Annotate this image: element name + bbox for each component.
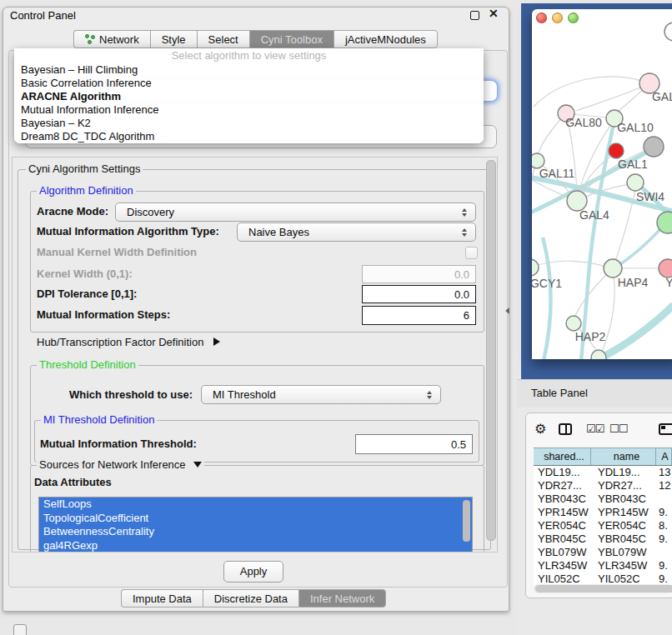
column-header[interactable]: shared... [534, 448, 591, 465]
table-hscrollbar[interactable] [534, 584, 672, 593]
table-row[interactable]: YDR27...YDR27...12 [534, 479, 672, 492]
table-options-icon[interactable] [659, 423, 672, 435]
dropdown-item[interactable]: ARACNE Algorithm [14, 90, 484, 103]
collapsed-arrow-icon [213, 338, 220, 346]
tab-label: Discretize Data [214, 590, 288, 608]
mi-steps-field[interactable]: 6 [362, 306, 476, 325]
aracne-mode-label: Aracne Mode: [37, 203, 108, 220]
table-row[interactable]: YPR145WYPR145W9. [534, 506, 672, 519]
column-header[interactable]: A [656, 448, 672, 465]
aracne-mode-combo[interactable]: Discovery [115, 202, 476, 222]
tab-cyni-toolbox[interactable]: Cyni Toolbox [249, 30, 333, 48]
tab-network[interactable]: Network [73, 30, 150, 48]
dropdown-item[interactable]: Basic Correlation Inference [14, 77, 484, 90]
table-cell: 12 [656, 479, 672, 492]
tab-infer-network[interactable]: Infer Network [298, 589, 386, 608]
table-row[interactable]: YBR043CYBR043C [534, 492, 672, 506]
window-close-button[interactable] [536, 12, 547, 23]
table-cell: YPR145W [534, 506, 591, 519]
network-node[interactable] [591, 350, 606, 359]
table-panel-title: Table Panel [531, 387, 588, 399]
tab-select[interactable]: Select [197, 30, 249, 48]
sources-group-title[interactable]: Sources for Network Inference [37, 459, 204, 471]
network-node-gcy1[interactable] [532, 259, 539, 276]
mi-algorithm-type-value: Naive Bayes [238, 226, 458, 238]
node-label: HAP4 [618, 276, 649, 289]
manual-kernel-checkbox[interactable] [465, 247, 478, 259]
tab-impute-data[interactable]: Impute Data [121, 589, 203, 608]
kernel-width-field[interactable]: 0.0 [362, 265, 476, 283]
window-zoom-button[interactable] [568, 12, 579, 23]
table-cell [656, 546, 672, 559]
tab-label: Select [208, 31, 238, 48]
table-row[interactable]: YLR345WYLR345W9. [534, 559, 672, 572]
threshold-definition-title: Threshold Definition [37, 359, 138, 371]
splitter-collapse-arrow[interactable] [505, 308, 509, 314]
table-row[interactable]: YER054CYER054C8. [534, 519, 672, 532]
aracne-mode-value: Discovery [116, 206, 458, 218]
apply-button[interactable]: Apply [223, 561, 283, 582]
control-panel-title: Control Panel [10, 9, 76, 22]
mi-threshold-field[interactable]: 0.5 [355, 434, 473, 454]
table-cell: YDL19... [534, 466, 591, 479]
tab-jactivemnodules[interactable]: jActiveMNodules [333, 30, 438, 48]
column-header[interactable]: name [591, 448, 656, 465]
window-minimize-button[interactable] [552, 12, 563, 23]
attribute-item[interactable]: SelfLoops [39, 498, 472, 512]
stepper-icon [458, 228, 471, 237]
tab-discretize-data[interactable]: Discretize Data [203, 589, 298, 608]
hub-section-toggle[interactable]: Hub/Transcription Factor Definition [37, 334, 220, 351]
tab-style[interactable]: Style [150, 30, 197, 48]
table-cell: YER054C [591, 519, 656, 532]
dropdown-item[interactable]: Bayesian – Hill Climbing [14, 63, 484, 77]
column-browser-icon[interactable] [559, 423, 572, 435]
dropdown-item[interactable]: Mutual Information Inference [14, 103, 484, 117]
dropdown-item[interactable]: Dream8 DC_TDC Algorithm [14, 130, 484, 143]
table-hscrollbar-thumb[interactable] [535, 585, 672, 592]
select-all-checked-icon[interactable]: ☑☑ [586, 422, 604, 435]
settings-scrollbar-thumb[interactable] [486, 160, 496, 541]
mi-algorithm-type-combo[interactable]: Naive Bayes [237, 222, 476, 242]
list-scrollbar-thumb[interactable] [463, 500, 470, 542]
dpi-tolerance-field[interactable]: 0.0 [362, 285, 476, 303]
attribute-item[interactable]: TopologicalCoefficient [39, 512, 472, 526]
attribute-item[interactable]: gal4RGexp [39, 539, 472, 553]
mi-algorithm-type-label: Mutual Information Algorithm Type: [37, 223, 219, 240]
network-node[interactable] [664, 22, 672, 41]
node-label: GAL10 [617, 121, 654, 134]
table-row[interactable]: YBL079WYBL079W [534, 546, 672, 559]
select-none-unchecked-icon[interactable]: ☐☐ [609, 422, 627, 435]
minimized-panel-icon[interactable] [13, 624, 27, 635]
network-node-y[interactable] [659, 259, 672, 278]
network-node-gal1[interactable] [609, 143, 624, 158]
close-icon[interactable]: ✕ [489, 7, 499, 20]
dropdown-item[interactable]: Bayesian – K2 [14, 117, 484, 130]
network-node-swi4[interactable] [627, 174, 644, 191]
which-threshold-value: MI Threshold [202, 388, 423, 401]
node-attribute-table: shared...nameA YDL19...YDL19...13YDR27..… [534, 448, 672, 586]
network-node-hap2[interactable] [566, 316, 581, 331]
settings-gear-icon[interactable]: ⚙ [534, 421, 546, 437]
attribute-items: SelfLoopsTopologicalCoefficientBetweenne… [39, 498, 472, 552]
tab-label: Style [162, 31, 186, 48]
table-row[interactable]: YDL19...YDL19...13 [534, 466, 672, 479]
table-cell: YBR043C [591, 492, 656, 506]
table-cell [656, 492, 672, 506]
dropdown-placeholder: Select algorithm to view settings [14, 48, 484, 63]
stepper-icon [423, 391, 436, 399]
node-label: HAP2 [575, 330, 606, 343]
network-canvas[interactable]: GALGAL80GAL10GAL1GAL11SWI4GAL4GCY1HAP4YH… [532, 9, 672, 359]
table-cell: YDR27... [591, 479, 656, 492]
data-attributes-label: Data Attributes [34, 474, 112, 491]
network-node-hap4[interactable] [604, 259, 622, 278]
table-row[interactable]: YBR045CYBR045C9. [534, 532, 672, 546]
float-window-icon[interactable] [470, 11, 479, 20]
network-node[interactable] [644, 137, 664, 157]
node-label: GAL80 [565, 116, 602, 129]
table-cell: YBR043C [534, 492, 591, 506]
attribute-item[interactable]: BetweennessCentrality [39, 525, 472, 539]
table-cell: YDL19... [591, 466, 656, 479]
node-label: GCY1 [532, 277, 562, 290]
manual-kernel-label: Manual Kernel Width Definition [37, 244, 197, 261]
which-threshold-combo[interactable]: MI Threshold [201, 385, 441, 404]
